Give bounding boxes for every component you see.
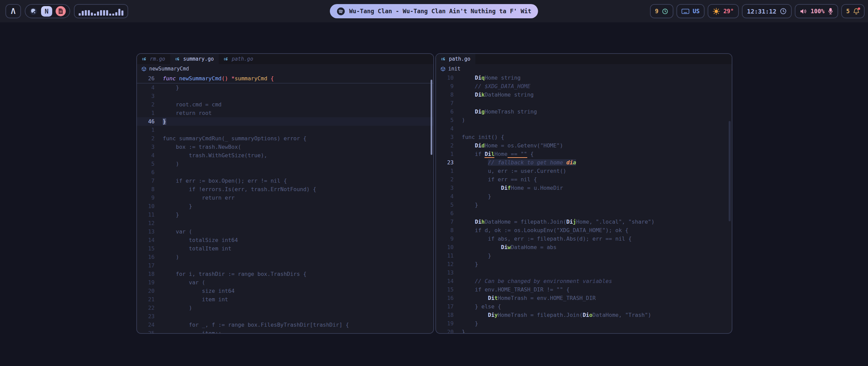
- code-line[interactable]: 25 item++: [137, 329, 433, 334]
- code-line[interactable]: 3: [137, 92, 433, 100]
- code-line[interactable]: 1 u, err := user.Current(): [436, 167, 732, 175]
- code-line[interactable]: 6: [137, 168, 433, 177]
- line-number: 6: [436, 108, 454, 115]
- history-widget[interactable]: 9: [650, 4, 673, 18]
- code-line[interactable]: 3func init() {: [436, 133, 732, 141]
- code-line[interactable]: 12: [137, 219, 433, 227]
- code-line[interactable]: 5 }: [436, 201, 732, 209]
- scrollbar[interactable]: [729, 121, 731, 221]
- audio-visualizer-widget: [74, 4, 128, 18]
- workspace-browser[interactable]: [29, 7, 38, 16]
- code-line[interactable]: 7 DihDataHome = filepath.Join(DijHome, "…: [436, 218, 732, 226]
- code-line[interactable]: 19 }: [436, 319, 732, 328]
- keyboard-layout-widget[interactable]: US: [676, 4, 705, 18]
- visualizer-bar: [100, 10, 102, 16]
- code-line[interactable]: 4 trash.WithGetSize(true),: [137, 151, 433, 160]
- code-line[interactable]: 13 var (: [137, 227, 433, 236]
- tab-label: summary.go: [183, 56, 214, 62]
- code-line[interactable]: 9 if abs, err := filepath.Abs(d); err ==…: [436, 235, 732, 243]
- now-playing-widget[interactable]: Wu-Tang Clan - Wu-Tang Clan Ain't Nuthin…: [330, 4, 538, 18]
- code-line[interactable]: 21 item int: [137, 295, 433, 304]
- code-line[interactable]: 3 box := trash.NewBox(: [137, 143, 433, 151]
- code-line[interactable]: 20 size int64: [137, 287, 433, 295]
- code-line[interactable]: 23 // fallback to get home dia: [436, 158, 732, 167]
- code-line[interactable]: 13: [436, 268, 732, 277]
- tab-path.go[interactable]: Gpath.go: [436, 54, 475, 64]
- code-line[interactable]: 4 }: [436, 192, 732, 201]
- code-line[interactable]: 17 } else {: [436, 302, 732, 311]
- visualizer-bar: [82, 11, 84, 16]
- line-number: 7: [436, 219, 454, 225]
- tab-rm.go[interactable]: Grm.go: [137, 54, 170, 64]
- code-line[interactable]: 2 DidHome = os.Getenv("HOME"): [436, 141, 732, 150]
- keyboard-icon: [682, 8, 689, 14]
- code-line[interactable]: 8 DikDataHome string: [436, 90, 732, 99]
- code-line[interactable]: 19 var (: [137, 278, 433, 287]
- code-line[interactable]: 22 ): [137, 304, 433, 312]
- launcher-button[interactable]: Λ: [5, 4, 21, 18]
- line-text: func summaryCmdRun(_ summaryOptions) err…: [155, 135, 307, 142]
- code-line[interactable]: 10 DiwDataHome = abs: [436, 243, 732, 251]
- code-line[interactable]: 7: [436, 99, 732, 107]
- code-line[interactable]: 18 DiyHomeTrash = filepath.Join(DioDataH…: [436, 311, 732, 319]
- tab-path.go[interactable]: Gpath.go: [219, 54, 258, 64]
- code-line[interactable]: 6 DigHomeTrash string: [436, 107, 732, 116]
- code-line[interactable]: 8 if !errors.Is(err, trash.ErrNotFound) …: [137, 185, 433, 194]
- code-line[interactable]: 18 for i, trashDir := range box.TrashDir…: [137, 270, 433, 278]
- code-line[interactable]: 46}: [137, 117, 433, 126]
- workspace-neovim[interactable]: N: [41, 6, 52, 17]
- context-line[interactable]: 26func newSummaryCmd() *summaryCmd {: [137, 74, 433, 83]
- code-line[interactable]: 9 return err: [137, 194, 433, 202]
- code-line[interactable]: 4 }: [137, 83, 433, 92]
- line-text: }: [155, 118, 166, 125]
- code-line[interactable]: 1: [137, 126, 433, 134]
- svg-text:G: G: [144, 57, 146, 61]
- code-line[interactable]: 10 }: [137, 202, 433, 210]
- code-line[interactable]: 9 // $XDG_DATA_HOME: [436, 82, 732, 90]
- workspace-documents[interactable]: [56, 6, 66, 16]
- line-text: for _, f := range box.FilesByTrashDir[tr…: [155, 322, 349, 328]
- code-line[interactable]: 20}: [436, 328, 732, 334]
- breadcrumb: newSummaryCmd: [137, 64, 433, 74]
- scrollbar[interactable]: [431, 80, 432, 155]
- line-number: 3: [137, 144, 155, 150]
- code-line[interactable]: 2 root.cmd = cmd: [137, 100, 433, 109]
- tab-summary.go[interactable]: Gsummary.go: [170, 54, 219, 64]
- code-line[interactable]: 6: [436, 209, 732, 218]
- code-line[interactable]: 2 if err == nil {: [436, 175, 732, 184]
- code-line[interactable]: 16 DitHomeTrash = env.HOME_TRASH_DIR: [436, 294, 732, 302]
- line-number: 1: [436, 151, 454, 157]
- code-line[interactable]: 11 }: [436, 251, 732, 260]
- code-line[interactable]: 15 totalItem int: [137, 244, 433, 253]
- code-line[interactable]: 11 }: [137, 210, 433, 219]
- code-line[interactable]: 16 ): [137, 253, 433, 261]
- code-line[interactable]: 24 for _, f := range box.FilesByTrashDir…: [137, 321, 433, 329]
- code-line[interactable]: 1 return root: [137, 109, 433, 117]
- line-text: if err == nil {: [454, 176, 537, 183]
- line-text: root.cmd = cmd: [155, 101, 221, 108]
- code-line[interactable]: 4: [436, 124, 732, 133]
- line-number: 6: [137, 169, 155, 176]
- code-line[interactable]: 3 DifHome = u.HomeDir: [436, 184, 732, 192]
- notifications-widget[interactable]: 5: [841, 4, 865, 18]
- line-text: DidHome = os.Getenv("HOME"): [454, 142, 563, 149]
- code-line[interactable]: 14 // Can be changed by environment vari…: [436, 277, 732, 285]
- line-number: 2: [436, 176, 454, 183]
- editor-pane-left: Grm.goGsummary.goGpath.go newSummaryCmd …: [136, 53, 434, 334]
- weather-widget[interactable]: 29°: [708, 4, 739, 18]
- code-line[interactable]: 7 if err := box.Open(); err != nil {: [137, 177, 433, 185]
- code-line[interactable]: 8 if d, ok := os.LookupEnv("XDG_DATA_HOM…: [436, 226, 732, 235]
- code-line[interactable]: 5 ): [137, 160, 433, 168]
- code-line[interactable]: 15 if env.HOME_TRASH_DIR != "" {: [436, 285, 732, 294]
- code-line[interactable]: 5): [436, 116, 732, 124]
- code-line[interactable]: 23: [137, 312, 433, 321]
- audio-widget[interactable]: 100%: [795, 4, 838, 18]
- code-line[interactable]: 10 DiqHome string: [436, 74, 732, 82]
- clock-widget[interactable]: 12:31:12: [742, 4, 792, 18]
- code-line[interactable]: 12 }: [436, 260, 732, 268]
- code-line[interactable]: 17: [137, 261, 433, 270]
- code-line[interactable]: 1 if DilHome == "" {: [436, 150, 732, 158]
- code-line[interactable]: 2func summaryCmdRun(_ summaryOptions) er…: [137, 134, 433, 143]
- line-number: 4: [137, 152, 155, 159]
- code-line[interactable]: 14 totalSize int64: [137, 236, 433, 244]
